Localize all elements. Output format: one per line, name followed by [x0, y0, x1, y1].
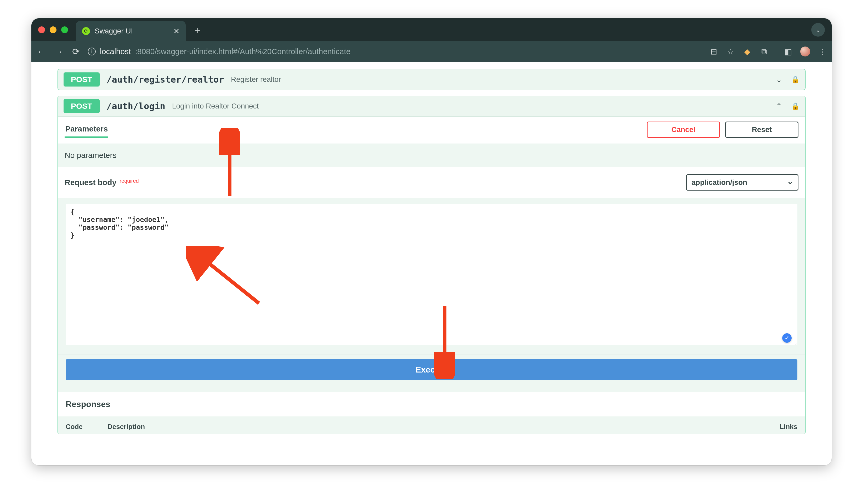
chevron-down-icon: ⌄ [776, 75, 782, 84]
url-path: :8080/swagger-ui/index.html#/Auth%20Cont… [135, 47, 351, 56]
toolbar-divider [776, 46, 776, 57]
responses-heading: Responses [58, 392, 805, 416]
maximize-window-button[interactable] [61, 26, 68, 33]
chevron-up-icon: ⌃ [776, 102, 782, 111]
grammarly-check-icon[interactable]: ✓ [782, 333, 792, 343]
reload-button[interactable]: ⟳ [70, 46, 81, 57]
traffic-lights [38, 26, 68, 33]
minimize-window-button[interactable] [50, 26, 56, 33]
tabs-dropdown-button[interactable]: ⌄ [811, 23, 825, 37]
tab-title: Swagger UI [95, 27, 169, 35]
chrome-menu-icon[interactable]: ⋮ [818, 47, 827, 56]
sidepanel-icon[interactable]: ◧ [784, 47, 793, 56]
endpoint-path: /auth/register/realtor [106, 74, 224, 85]
responses-table-header: Code Description Links [58, 416, 805, 434]
extension-vue-icon[interactable]: ◆ [743, 47, 752, 56]
content-type-select[interactable]: application/json [686, 174, 798, 190]
op-summary[interactable]: POST /auth/login Login into Realtor Conn… [58, 96, 805, 116]
back-button[interactable]: ← [36, 47, 47, 57]
execute-button[interactable]: Execute [66, 359, 797, 380]
close-window-button[interactable] [38, 26, 45, 33]
col-code: Code [66, 423, 107, 431]
reset-button[interactable]: Reset [725, 122, 798, 138]
op-body: Parameters Cancel Reset No parameters Re… [58, 116, 805, 434]
bookmark-icon[interactable]: ☆ [726, 47, 735, 56]
endpoint-description: Register realtor [231, 75, 281, 84]
extensions-icon[interactable]: ⧉ [759, 47, 769, 56]
profile-avatar[interactable] [800, 47, 810, 56]
endpoint-description: Login into Realtor Connect [172, 102, 259, 110]
request-body-label: Request body [65, 178, 116, 187]
request-body-editor[interactable] [66, 204, 797, 345]
address-bar[interactable]: i localhost:8080/swagger-ui/index.html#/… [88, 47, 697, 56]
close-tab-icon[interactable]: ✕ [173, 27, 179, 36]
no-parameters-text: No parameters [58, 144, 805, 167]
browser-toolbar: ← → ⟳ i localhost:8080/swagger-ui/index.… [31, 41, 832, 62]
site-info-icon[interactable]: i [88, 48, 96, 55]
url-host: localhost [100, 47, 131, 56]
lock-icon[interactable]: 🔒 [791, 76, 799, 84]
cancel-button[interactable]: Cancel [647, 122, 720, 138]
col-links: Links [756, 423, 797, 431]
lock-icon[interactable]: 🔒 [791, 102, 799, 110]
browser-tabstrip: ⟳ Swagger UI ✕ ＋ ⌄ [31, 18, 832, 41]
translate-icon[interactable]: ⊟ [709, 47, 718, 56]
forward-button[interactable]: → [53, 47, 64, 57]
op-summary[interactable]: POST /auth/register/realtor Register rea… [58, 69, 805, 90]
http-method-badge: POST [64, 99, 100, 113]
required-badge: required [119, 178, 139, 184]
swagger-content: POST /auth/register/realtor Register rea… [31, 62, 832, 434]
op-auth-register-realtor: POST /auth/register/realtor Register rea… [57, 69, 806, 90]
http-method-badge: POST [64, 72, 100, 87]
new-tab-button[interactable]: ＋ [193, 23, 203, 37]
endpoint-path: /auth/login [106, 101, 165, 111]
swagger-favicon: ⟳ [82, 27, 90, 35]
parameters-tab[interactable]: Parameters [65, 121, 108, 138]
op-auth-login: POST /auth/login Login into Realtor Conn… [57, 96, 806, 434]
col-desc: Description [107, 423, 756, 431]
browser-tab[interactable]: ⟳ Swagger UI ✕ [76, 21, 186, 41]
